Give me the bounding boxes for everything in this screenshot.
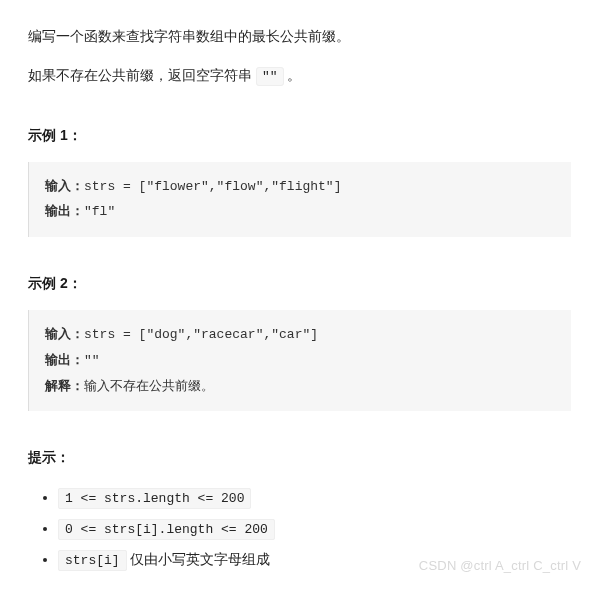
explain-text: 输入不存在公共前缀。	[84, 379, 214, 394]
hint-text: 仅由小写英文字母组成	[127, 551, 271, 567]
example-2-explain: 解释：输入不存在公共前缀。	[45, 374, 555, 400]
explain-label: 解释：	[45, 378, 84, 393]
example-1-block: 输入：strs = ["flower","flow","flight"] 输出：…	[28, 162, 571, 237]
hint-code: 0 <= strs[i].length <= 200	[58, 519, 275, 540]
problem-description-1: 编写一个函数来查找字符串数组中的最长公共前缀。	[28, 24, 571, 49]
problem-description-2: 如果不存在公共前缀，返回空字符串 "" 。	[28, 63, 571, 88]
empty-string-code: ""	[256, 67, 284, 86]
output-label: 输出：	[45, 352, 84, 367]
input-label: 输入：	[45, 326, 84, 341]
input-label: 输入：	[45, 178, 84, 193]
input-code: strs = ["dog","racecar","car"]	[84, 327, 318, 342]
example-2-title: 示例 2：	[28, 271, 571, 296]
output-code: ""	[84, 353, 100, 368]
hint-item: 0 <= strs[i].length <= 200	[58, 516, 571, 541]
desc-prefix: 如果不存在公共前缀，返回空字符串	[28, 67, 256, 83]
watermark-text: CSDN @ctrl A_ctrl C_ctrl V	[419, 554, 581, 577]
output-code: "fl"	[84, 204, 115, 219]
example-2-block: 输入：strs = ["dog","racecar","car"] 输出："" …	[28, 310, 571, 411]
example-1-output: 输出："fl"	[45, 199, 555, 225]
example-1-input: 输入：strs = ["flower","flow","flight"]	[45, 174, 555, 200]
example-2-output: 输出：""	[45, 348, 555, 374]
desc-suffix: 。	[284, 67, 302, 83]
hints-title: 提示：	[28, 445, 571, 470]
hint-item: 1 <= strs.length <= 200	[58, 485, 571, 510]
input-code: strs = ["flower","flow","flight"]	[84, 179, 341, 194]
hint-code: strs[i]	[58, 550, 127, 571]
example-2-input: 输入：strs = ["dog","racecar","car"]	[45, 322, 555, 348]
example-1-title: 示例 1：	[28, 123, 571, 148]
hint-code: 1 <= strs.length <= 200	[58, 488, 251, 509]
output-label: 输出：	[45, 203, 84, 218]
